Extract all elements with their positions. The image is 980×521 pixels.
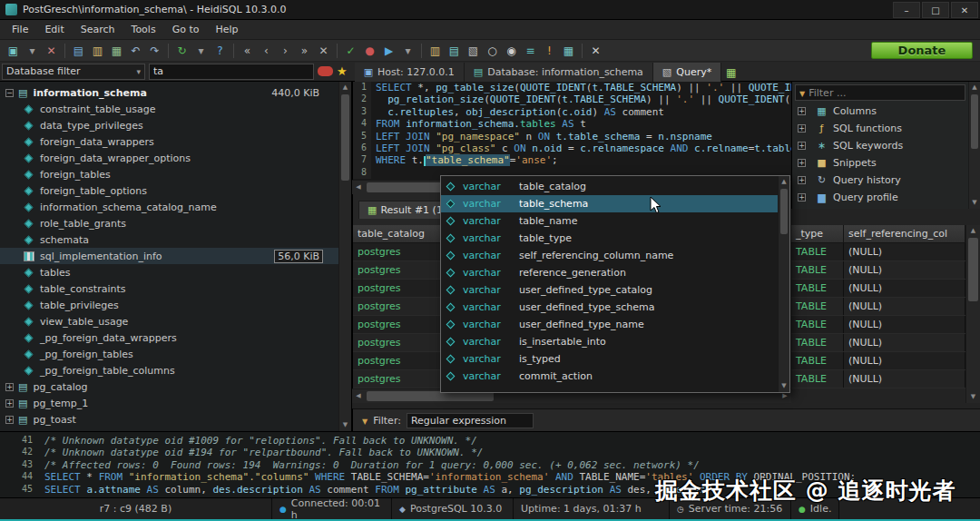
table-row[interactable]: postgres — [353, 280, 443, 298]
helpers-filter-box[interactable] — [795, 84, 965, 101]
helper-item-functions[interactable]: +ƒSQL functions — [792, 120, 980, 137]
tree-item-pg_temp_1[interactable]: +▤pg_temp_1 — [0, 395, 339, 411]
table-row[interactable]: postgres — [353, 352, 443, 370]
refresh-icon[interactable]: ↻ — [172, 42, 191, 60]
save-icon[interactable]: ▤ — [69, 42, 88, 60]
scroll-up-icon[interactable] — [969, 82, 980, 93]
autocomplete-item-table_schema[interactable]: varchartable_schema — [441, 195, 789, 212]
tree-item-pg_catalog[interactable]: +▤pg_catalog — [0, 378, 339, 395]
table-row[interactable]: postgres — [353, 370, 443, 388]
column-header-self_referencing_col[interactable]: self_referencing_col — [844, 225, 965, 243]
undo-icon[interactable]: ↶ — [126, 42, 145, 60]
close-query-icon[interactable]: ✕ — [586, 42, 605, 60]
tab-database[interactable]: ▤Database: information_schema — [465, 63, 653, 82]
scroll-left-icon[interactable] — [352, 389, 365, 403]
table-row[interactable]: TABLE(NULL) — [791, 280, 965, 298]
tree-item-constraint_table_usage[interactable]: constraint_table_usage — [0, 101, 339, 117]
helper-item-snippets[interactable]: +■Snippets — [792, 154, 980, 172]
scroll-up-icon[interactable] — [779, 176, 789, 188]
redo-icon[interactable]: ↷ — [145, 42, 164, 60]
scroll-down-icon[interactable] — [779, 380, 789, 392]
grid-filter-input[interactable] — [407, 413, 534, 428]
scroll-up-icon[interactable] — [339, 82, 351, 93]
find-icon[interactable]: ○ — [483, 42, 502, 60]
expander-plus-icon[interactable]: + — [798, 159, 806, 167]
scroll-thumb[interactable] — [968, 238, 978, 301]
refresh-caret-icon[interactable]: ▾ — [191, 42, 211, 60]
session-manager-icon[interactable]: ▣ — [4, 42, 23, 60]
replace-icon[interactable]: ◉ — [502, 42, 521, 60]
scroll-up-icon[interactable] — [966, 225, 980, 237]
menu-item-go-to[interactable]: Go to — [164, 22, 208, 38]
scroll-left-icon[interactable] — [352, 181, 365, 194]
clear-filter-icon[interactable] — [318, 66, 333, 76]
menu-item-search[interactable]: Search — [73, 22, 123, 38]
load-sql-icon[interactable]: ▥ — [426, 42, 445, 60]
table-row[interactable]: TABLE(NULL) — [791, 316, 965, 334]
tree-item-_pg_foreign_data_wrappers[interactable]: _pg_foreign_data_wrappers — [0, 329, 339, 346]
autocomplete-item-user_defined_type_name[interactable]: varcharuser_defined_type_name — [441, 316, 789, 333]
tree-item-table_constraints[interactable]: table_constraints — [0, 280, 339, 297]
tree-item-information_schema[interactable]: −▤information_schema440,0 KiB — [0, 84, 339, 101]
expander-plus-icon[interactable]: + — [5, 416, 14, 424]
autocomplete-item-self_referencing_column_name[interactable]: varcharself_referencing_column_name — [441, 247, 789, 264]
table-row[interactable]: postgres — [353, 261, 443, 280]
tree-item-tables[interactable]: tables — [0, 264, 339, 280]
tree-item-_pg_foreign_tables[interactable]: _pg_foreign_tables — [0, 346, 339, 362]
scroll-down-icon[interactable] — [339, 419, 351, 431]
title-bar[interactable]: PostGresch\information_schema\ - HeidiSQ… — [0, 0, 980, 20]
table-row[interactable]: TABLE(NULL) — [791, 261, 965, 280]
favorites-star-icon[interactable] — [337, 64, 348, 78]
helpers-scrollbar[interactable] — [968, 82, 980, 209]
autocomplete-item-table_name[interactable]: varchartable_name — [441, 212, 789, 230]
session-caret-icon[interactable]: ▾ — [23, 42, 42, 60]
nav-last-icon[interactable]: » — [295, 42, 314, 60]
expander-plus-icon[interactable]: + — [798, 176, 806, 184]
tree-item-foreign_tables[interactable]: foreign_tables — [0, 166, 339, 182]
commit-icon[interactable]: ✓ — [341, 42, 360, 60]
autocomplete-item-table_type[interactable]: varchartable_type — [441, 230, 789, 247]
nav-first-icon[interactable]: « — [238, 42, 257, 60]
helper-item-history[interactable]: +↻Query history — [792, 172, 980, 189]
autocomplete-item-is_insertable_into[interactable]: varcharis_insertable_into — [441, 333, 789, 350]
nav-prev-icon[interactable]: ‹ — [257, 42, 276, 60]
tree-item-_pg_foreign_table_columns[interactable]: _pg_foreign_table_columns — [0, 362, 339, 378]
autocomplete-scrollbar[interactable] — [778, 176, 789, 392]
column-header-table-catalog[interactable]: table_catalog — [353, 225, 444, 243]
scroll-thumb[interactable] — [341, 94, 349, 181]
reformat-icon[interactable]: ≡ — [521, 42, 540, 60]
table-tools-icon[interactable]: ▦ — [559, 42, 578, 60]
expander-plus-icon[interactable]: + — [798, 142, 806, 150]
autocomplete-item-is_typed[interactable]: varcharis_typed — [441, 350, 789, 368]
tree-item-information_schema_catalog_name[interactable]: information_schema_catalog_name — [0, 199, 339, 215]
autocomplete-item-user_defined_type_catalog[interactable]: varcharuser_defined_type_catalog — [441, 281, 789, 299]
table-row[interactable]: TABLE(NULL) — [791, 352, 965, 370]
column-header-type[interactable]: _type — [791, 225, 844, 243]
tree-scrollbar[interactable] — [338, 82, 351, 431]
tree-item-data_type_privileges[interactable]: data_type_privileges — [0, 117, 339, 133]
scroll-down-icon[interactable] — [966, 391, 980, 403]
sql-editor[interactable]: 1SELECT *, pg_table_size(QUOTE_IDENT(t.T… — [352, 82, 791, 180]
expander-plus-icon[interactable]: + — [5, 399, 14, 408]
menu-item-file[interactable]: File — [4, 22, 36, 38]
grid-vscrollbar[interactable] — [965, 225, 980, 403]
tab-host[interactable]: ▣Host: 127.0.0.1 — [355, 63, 465, 82]
disconnect-icon[interactable]: ✕ — [42, 42, 61, 60]
autocomplete-item-commit_action[interactable]: varcharcommit_action — [441, 368, 789, 385]
helper-item-profile[interactable]: +▆Query profile — [792, 189, 980, 206]
maximize-button[interactable]: □ — [922, 2, 949, 18]
save-results-icon[interactable]: ▤ — [445, 42, 464, 60]
table-row[interactable]: TABLE(NULL) — [791, 298, 965, 316]
scroll-thumb[interactable] — [971, 94, 978, 149]
expander-plus-icon[interactable]: + — [798, 124, 806, 133]
nav-next-icon[interactable]: › — [276, 42, 295, 60]
run-query-icon[interactable]: ▶ — [379, 42, 398, 60]
autocomplete-item-table_catalog[interactable]: varchartable_catalog — [441, 178, 789, 195]
menu-item-edit[interactable]: Edit — [36, 22, 72, 38]
scroll-down-icon[interactable] — [969, 197, 980, 209]
open-file-icon[interactable]: ▥ — [88, 42, 107, 60]
tree-item-foreign_table_options[interactable]: foreign_table_options — [0, 182, 339, 199]
table-filter-input[interactable] — [149, 64, 314, 80]
table-row[interactable]: postgres — [353, 243, 443, 261]
helper-item-columns[interactable]: +▦Columns — [792, 103, 980, 120]
